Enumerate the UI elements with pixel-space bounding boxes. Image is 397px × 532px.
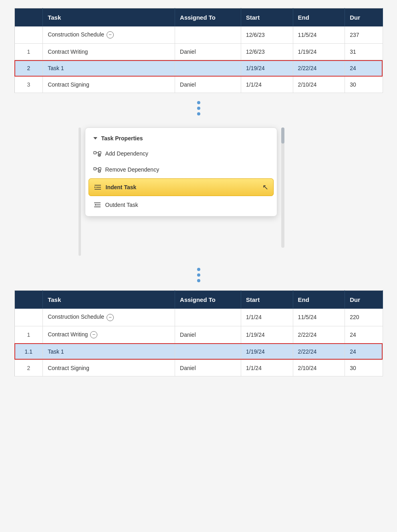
row-start: 1/19/24 (241, 343, 293, 360)
dot-1 (197, 101, 200, 104)
row-assigned-to: Daniel (175, 44, 241, 60)
row-task: Contract Writing (43, 44, 175, 60)
dot-3 (197, 112, 200, 115)
row-dur: 30 (345, 77, 383, 93)
row-dur: 30 (345, 360, 383, 376)
row-task: Construction Schedule− (43, 26, 175, 44)
col-header-task-2: Task (43, 291, 175, 309)
dots-separator-1 (197, 93, 200, 123)
row-number: 3 (14, 77, 43, 93)
scrollbar-thumb[interactable] (281, 127, 284, 144)
context-menu-item-remove-dependency[interactable]: Remove Dependency (85, 162, 277, 178)
row-end: 11/5/24 (293, 26, 345, 44)
context-menu-label-indent-task: Indent Task (106, 184, 137, 190)
row-assigned-to: Daniel (175, 360, 241, 376)
minus-icon[interactable]: − (107, 314, 114, 321)
col-header-assigned-1: Assigned To (175, 8, 241, 27)
col-header-start-2: Start (241, 291, 293, 309)
table-row[interactable]: 3Contract SigningDaniel1/1/242/10/2430 (14, 77, 383, 93)
cursor-icon: ↖ (262, 183, 268, 192)
row-start: 12/6/23 (241, 44, 293, 60)
scrollbar-sidebar (79, 127, 81, 256)
col-header-end-2: End (293, 291, 345, 309)
col-header-number-1 (14, 8, 43, 27)
context-menu-title: Task Properties (101, 135, 143, 142)
context-menu-item-indent-task[interactable]: Indent Task↖ (89, 178, 274, 196)
col-header-start-1: Start (241, 8, 293, 27)
context-menu-container: Task Properties Add Dependency Remove De… (14, 127, 383, 256)
minus-icon[interactable]: − (90, 331, 97, 338)
row-assigned-to (175, 343, 241, 360)
col-header-task-1: Task (43, 8, 175, 27)
row-number: 2 (14, 360, 43, 376)
col-header-end-1: End (293, 8, 345, 27)
dot-6 (197, 279, 200, 282)
outdent-icon (93, 201, 101, 209)
row-end: 2/10/24 (293, 77, 345, 93)
row-number: 1.1 (14, 343, 43, 360)
row-assigned-to: Daniel (175, 77, 241, 93)
row-task: Construction Schedule− (43, 309, 175, 326)
table-row[interactable]: 1Contract Writing−Daniel1/19/242/22/2424 (14, 326, 383, 343)
row-end: 2/22/24 (293, 326, 345, 343)
col-header-number-2 (14, 291, 43, 309)
table-row[interactable]: Construction Schedule−12/6/2311/5/24237 (14, 26, 383, 44)
row-start: 1/1/24 (241, 77, 293, 93)
context-menu-item-outdent-task[interactable]: Outdent Task (85, 197, 277, 213)
row-start: 12/6/23 (241, 26, 293, 44)
dot-4 (197, 268, 200, 271)
table-row[interactable]: Construction Schedule−1/1/2411/5/24220 (14, 309, 383, 326)
row-number (14, 309, 43, 326)
context-menu-label-add-dependency: Add Dependency (105, 150, 148, 157)
scrollbar-track[interactable] (281, 127, 284, 248)
dots-separator-2 (197, 260, 200, 290)
task-table-1: Task Assigned To Start End Dur Construct… (14, 8, 383, 93)
row-task: Task 1 (43, 343, 175, 360)
row-dur: 24 (345, 326, 383, 343)
row-dur: 24 (345, 60, 383, 77)
svg-rect-1 (99, 152, 101, 154)
col-header-dur-1: Dur (345, 8, 383, 27)
minus-icon[interactable]: − (107, 31, 114, 38)
indent-icon (94, 183, 102, 191)
table-row[interactable]: 1.1Task 11/19/242/22/2424 (14, 343, 383, 360)
context-menu-item-add-dependency[interactable]: Add Dependency (85, 146, 277, 162)
row-number: 2 (14, 60, 43, 77)
row-number (14, 26, 43, 44)
table-header-row-2: Task Assigned To Start End Dur (14, 291, 383, 309)
svg-rect-6 (94, 168, 96, 170)
row-start: 1/19/24 (241, 326, 293, 343)
context-menu-label-outdent-task: Outdent Task (105, 202, 138, 208)
svg-marker-14 (95, 186, 96, 188)
table-section-1: Task Assigned To Start End Dur Construct… (14, 8, 383, 93)
row-end: 2/22/24 (293, 60, 345, 77)
row-dur: 237 (345, 26, 383, 44)
table-row[interactable]: 2Task 11/19/242/22/2424 (14, 60, 383, 77)
dot-5 (197, 273, 200, 277)
row-end: 2/10/24 (293, 360, 345, 376)
table-row[interactable]: 1Contract WritingDaniel12/6/231/19/2431 (14, 44, 383, 60)
task-table-2: Task Assigned To Start End Dur Construct… (14, 290, 383, 376)
context-menu-wrapper: Task Properties Add Dependency Remove De… (14, 127, 383, 256)
dependency-add-icon (93, 150, 101, 158)
col-header-dur-2: Dur (345, 291, 383, 309)
row-dur: 31 (345, 44, 383, 60)
table-section-2: Task Assigned To Start End Dur Construct… (14, 290, 383, 376)
svg-rect-0 (94, 152, 96, 154)
table-row[interactable]: 2Contract SigningDaniel1/1/242/10/2430 (14, 360, 383, 376)
context-menu-header: Task Properties (85, 131, 277, 146)
context-menu-label-remove-dependency: Remove Dependency (105, 166, 159, 173)
row-number: 1 (14, 44, 43, 60)
col-header-assigned-2: Assigned To (175, 291, 241, 309)
context-menu: Task Properties Add Dependency Remove De… (85, 127, 277, 216)
row-assigned-to (175, 60, 241, 77)
row-start: 1/1/24 (241, 309, 293, 326)
svg-rect-7 (99, 168, 101, 170)
row-dur: 24 (345, 343, 383, 360)
dot-2 (197, 107, 200, 110)
row-assigned-to (175, 26, 241, 44)
row-task: Contract Signing (43, 360, 175, 376)
svg-marker-18 (95, 204, 96, 206)
row-task: Contract Signing (43, 77, 175, 93)
row-number: 1 (14, 326, 43, 343)
